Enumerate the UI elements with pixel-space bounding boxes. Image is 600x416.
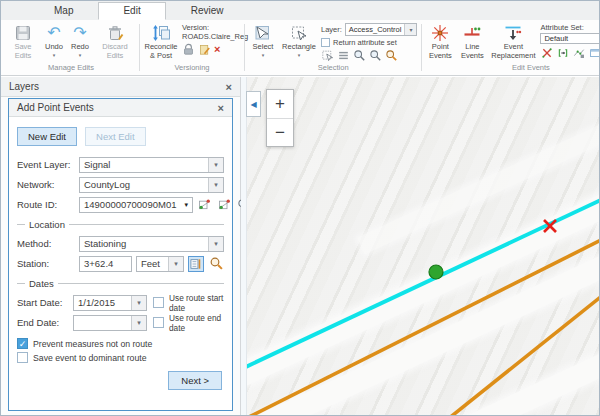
route-id-input[interactable]: 14900000700090M01 ▾ [79, 197, 193, 213]
point-events-button[interactable]: Point Events [424, 22, 456, 61]
prevent-measures-checkbox[interactable]: ✓ [17, 338, 28, 349]
pane-splitter[interactable] [241, 77, 247, 415]
method-label: Method: [17, 238, 79, 249]
split-event-icon[interactable] [540, 46, 553, 59]
retire-event-icon[interactable] [572, 46, 585, 59]
use-route-end-date-checkbox[interactable] [153, 317, 164, 328]
delete-version-icon[interactable]: × [214, 44, 220, 55]
line-events-icon [463, 23, 481, 43]
group-edit-events: Point Events Line Events Event Replaceme… [422, 21, 599, 74]
ribbon-tab-row: Map Edit Review [1, 1, 599, 20]
trash-icon [106, 23, 124, 43]
save-edits-button[interactable]: Save Edits [5, 22, 41, 61]
select-dropdown-icon[interactable]: ▾ [262, 53, 265, 59]
station-label: Station: [17, 258, 79, 269]
pan-to-selection-icon[interactable] [369, 49, 382, 62]
pick-route-from-map-icon[interactable] [197, 197, 213, 213]
attribute-set-combobox[interactable]: Default ▾ [540, 33, 599, 44]
tab-map[interactable]: Map [29, 2, 98, 20]
clear-selection-icon[interactable] [385, 49, 398, 62]
attributes-list-icon[interactable] [337, 49, 350, 62]
start-date-input[interactable]: 1/1/2015 ▾ [73, 295, 147, 311]
network-label: Network: [17, 179, 79, 190]
redo-icon: ↷ [73, 23, 86, 43]
network-dropdown-icon[interactable]: ▾ [208, 178, 223, 192]
app-window: Map Edit Review Save Edits ↶ Undo ▾ [0, 0, 600, 416]
undo-dropdown-icon[interactable]: ▾ [53, 53, 56, 59]
undo-button[interactable]: ↶ Undo ▾ [41, 22, 67, 59]
start-date-dropdown-icon[interactable]: ▾ [131, 296, 146, 310]
station-unit-dropdown-icon[interactable]: ▾ [168, 257, 183, 271]
route-highlight-line[interactable] [241, 199, 599, 372]
station-entry-tool-icon[interactable] [188, 256, 204, 272]
event-layer-dropdown-icon[interactable]: ▾ [208, 158, 223, 172]
use-route-start-date-label: Use route start date [169, 293, 224, 313]
return-attribute-set-label: Return attribute set [333, 38, 397, 47]
version-label: Version: [182, 23, 240, 32]
add-point-events-close-icon[interactable]: × [218, 102, 224, 114]
group-label-versioning: Versioning [140, 63, 244, 74]
reconcile-post-button[interactable]: Reconcile & Post [142, 22, 180, 61]
tab-review[interactable]: Review [166, 2, 249, 20]
station-input[interactable]: 3+62.4 [79, 256, 132, 272]
network-combobox[interactable]: CountyLog ▾ [79, 177, 224, 193]
map-canvas[interactable]: ◀ + − [241, 77, 599, 415]
new-version-icon[interactable] [198, 43, 211, 56]
zoom-out-button[interactable]: − [267, 118, 293, 146]
event-point-marker[interactable] [429, 265, 443, 279]
rectangle-button[interactable]: Rectangle ▾ [279, 22, 319, 59]
dates-section-header: Dates [17, 278, 224, 289]
pane-collapse-tab[interactable]: ◀ [246, 91, 261, 117]
method-combobox[interactable]: Stationing ▾ [79, 236, 224, 252]
zoom-to-station-icon[interactable] [208, 256, 224, 272]
event-replacement-button[interactable]: Event Replacement [488, 22, 538, 61]
save-icon [14, 23, 32, 43]
use-route-start-date-checkbox[interactable] [153, 297, 164, 308]
event-layer-label: Event Layer: [17, 159, 79, 170]
tab-edit[interactable]: Edit [98, 2, 165, 20]
select-features-icon[interactable] [321, 49, 334, 62]
reconcile-icon [152, 23, 170, 43]
version-value: ROADS.Claire_Reg [182, 32, 240, 41]
method-dropdown-icon[interactable]: ▾ [208, 237, 223, 251]
attribute-set-label: Attribute Set: [540, 23, 599, 32]
road-centerline-1[interactable] [245, 239, 599, 415]
redo-dropdown-icon[interactable]: ▾ [79, 53, 82, 59]
rectangle-dropdown-icon[interactable]: ▾ [298, 53, 301, 59]
end-date-dropdown-icon[interactable]: ▾ [131, 316, 146, 330]
layers-close-icon[interactable]: × [226, 81, 232, 93]
point-events-icon [431, 23, 449, 43]
pick-route-from-selection-icon[interactable] [217, 197, 233, 213]
layers-pane-header: Layers × [1, 77, 240, 97]
use-route-end-date-label: Use route end date [169, 313, 224, 333]
layer-dropdown-icon[interactable]: ▾ [404, 24, 416, 35]
select-tool-icon [254, 23, 272, 43]
rectangle-select-icon [290, 23, 308, 43]
ribbon: Map Edit Review Save Edits ↶ Undo ▾ [1, 1, 599, 76]
station-unit-combobox[interactable]: Feet ▾ [136, 256, 184, 272]
route-id-dropdown-icon[interactable]: ▾ [180, 201, 192, 209]
lock-version-icon[interactable] [182, 43, 195, 56]
group-label-manage-edits: Manage Edits [3, 63, 139, 74]
next-edit-button[interactable]: Next Edit [85, 127, 146, 146]
save-dominant-route-checkbox[interactable] [17, 352, 28, 363]
return-attribute-set-checkbox[interactable] [321, 38, 330, 47]
merge-events-icon[interactable] [556, 46, 569, 59]
redo-button[interactable]: ↷ Redo ▾ [67, 22, 93, 59]
zoom-in-button[interactable]: + [267, 90, 293, 118]
layer-combobox[interactable]: Access_Control ▾ [345, 23, 418, 36]
discard-edits-button[interactable]: Discard Edits [93, 22, 137, 61]
end-date-label: End Date: [17, 317, 73, 328]
attributes-window-icon[interactable] [588, 46, 599, 59]
select-button[interactable]: Select ▾ [247, 22, 279, 59]
end-date-input[interactable]: ▾ [73, 315, 147, 331]
collapse-left-icon: ◀ [250, 100, 256, 109]
add-point-events-title: Add Point Events [17, 102, 218, 113]
line-events-button[interactable]: Line Events [456, 22, 488, 61]
zoom-to-selection-icon[interactable] [353, 49, 366, 62]
road-centerline-2[interactable] [448, 295, 599, 415]
new-edit-button[interactable]: New Edit [17, 127, 77, 146]
next-button[interactable]: Next > [168, 371, 222, 390]
group-versioning: Reconcile & Post Version: ROADS.Claire_R… [140, 21, 244, 74]
event-layer-combobox[interactable]: Signal ▾ [79, 157, 224, 173]
